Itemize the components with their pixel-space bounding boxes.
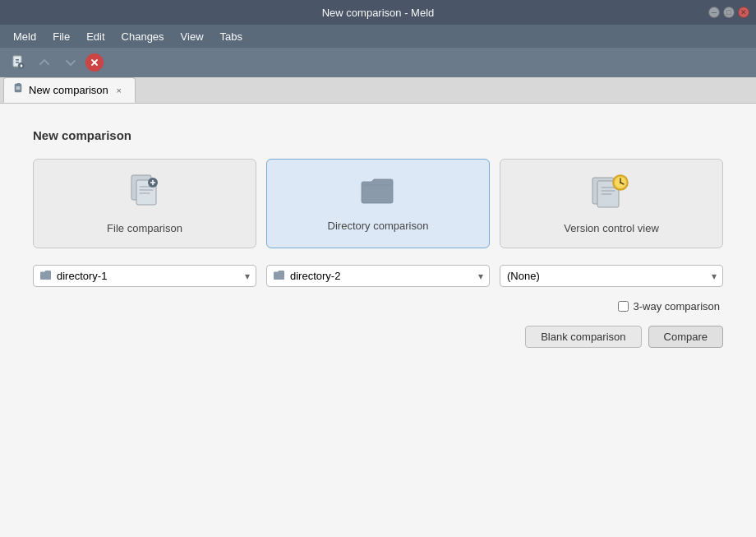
dir3-wrapper: (None) <box>500 265 723 287</box>
menu-edit[interactable]: Edit <box>80 29 111 44</box>
file-comparison-card[interactable]: File comparison <box>33 159 256 248</box>
version-control-icon <box>591 173 632 215</box>
scroll-down-button[interactable] <box>59 51 82 74</box>
titlebar: New comparison - Meld ─ □ ✕ <box>0 0 756 25</box>
menu-tabs[interactable]: Tabs <box>214 29 249 44</box>
action-row: Blank comparison Compare <box>33 326 723 348</box>
dir2-group: directory-2 <box>266 265 490 287</box>
dir2-select[interactable]: directory-2 <box>266 265 490 287</box>
directory-comparison-card[interactable]: Directory comparison <box>266 159 490 248</box>
svg-rect-1 <box>16 59 19 61</box>
dir2-wrapper: directory-2 <box>266 265 490 287</box>
menu-view[interactable]: View <box>174 29 210 44</box>
version-control-card[interactable]: Version control view <box>500 159 723 248</box>
svg-point-29 <box>620 182 621 183</box>
main-content: New comparison File comparison <box>0 104 756 537</box>
dir1-group: directory-1 <box>33 265 256 287</box>
dir1-select[interactable]: directory-1 <box>33 265 256 287</box>
window-title: New comparison - Meld <box>322 7 435 19</box>
dir3-group: (None) <box>500 265 723 287</box>
tab-icon <box>14 83 24 97</box>
scroll-up-button[interactable] <box>33 51 56 74</box>
tab-label: New comparison <box>29 84 108 96</box>
three-way-label[interactable]: 3-way comparison <box>618 300 721 312</box>
section-title: New comparison <box>33 128 723 142</box>
three-way-text: 3-way comparison <box>634 300 721 312</box>
fields-row: directory-1 directory-2 (None) <box>33 265 723 287</box>
three-way-checkbox[interactable] <box>618 301 629 312</box>
dir3-select[interactable]: (None) <box>500 265 723 287</box>
window-controls: ─ □ ✕ <box>708 7 749 18</box>
stop-button[interactable] <box>85 53 104 72</box>
menubar: Meld File Edit Changes View Tabs <box>0 25 756 48</box>
directory-comparison-icon <box>360 175 396 213</box>
svg-rect-2 <box>16 62 19 63</box>
file-comparison-label: File comparison <box>107 222 182 234</box>
window-close-button[interactable]: ✕ <box>738 7 749 18</box>
maximize-button[interactable]: □ <box>723 7 735 18</box>
dir1-wrapper: directory-1 <box>33 265 256 287</box>
toolbar <box>0 48 756 77</box>
version-control-label: Version control view <box>564 222 659 234</box>
directory-comparison-label: Directory comparison <box>328 220 429 232</box>
minimize-button[interactable]: ─ <box>708 7 720 18</box>
menu-meld[interactable]: Meld <box>7 29 43 44</box>
tabbar: New comparison × <box>0 77 756 104</box>
svg-rect-9 <box>17 83 20 86</box>
tab-new-comparison[interactable]: New comparison × <box>3 77 136 103</box>
file-comparison-icon <box>128 173 161 215</box>
blank-comparison-button[interactable]: Blank comparison <box>525 326 641 348</box>
compare-button[interactable]: Compare <box>648 326 723 348</box>
menu-file[interactable]: File <box>46 29 76 44</box>
new-document-button[interactable] <box>7 51 30 74</box>
tab-close-button[interactable]: × <box>113 85 125 96</box>
comparison-cards: File comparison Directory comparison <box>33 159 723 248</box>
checkbox-row: 3-way comparison <box>33 300 723 312</box>
menu-changes[interactable]: Changes <box>115 29 171 44</box>
svg-rect-5 <box>21 66 23 67</box>
